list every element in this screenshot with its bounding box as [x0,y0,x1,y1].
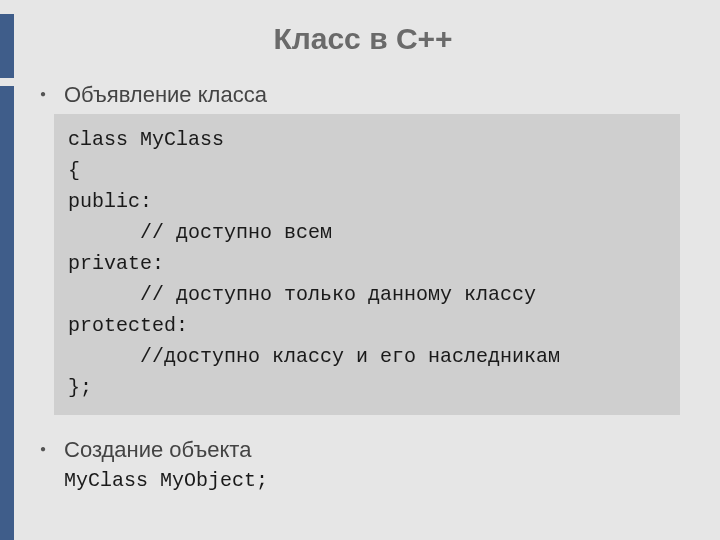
bullet-declaration: Объявление класса [46,82,680,108]
slide-title: Класс в С++ [46,22,680,56]
bullet-declaration-text: Объявление класса [64,82,267,107]
content-list-2: Создание объекта [46,437,680,463]
content-list: Объявление класса [46,82,680,108]
slide-content: Класс в С++ Объявление класса class MyCl… [0,0,720,540]
code-line-creation: MyClass MyObject; [64,469,680,492]
bullet-creation-text: Создание объекта [64,437,251,462]
code-block-declaration: class MyClass { public: // доступно всем… [54,114,680,415]
bullet-creation: Создание объекта [46,437,680,463]
